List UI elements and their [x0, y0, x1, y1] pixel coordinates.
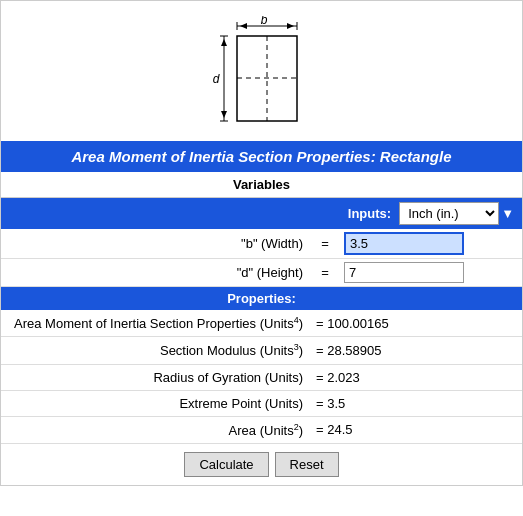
result-value-ep: = 3.5 — [311, 391, 522, 416]
unit-select[interactable]: Inch (in.) Metric (mm) Metric (cm) — [399, 202, 499, 225]
b-input-container — [339, 229, 522, 258]
rectangle-diagram: b d — [182, 16, 342, 136]
result-label-ami: Area Moment of Inertia Section Propertie… — [1, 310, 311, 336]
result-value-ami: = 100.00165 — [311, 311, 522, 336]
result-row-ep: Extreme Point (Units) = 3.5 — [1, 391, 522, 417]
d-input-container — [339, 259, 522, 286]
result-row-sm: Section Modulus (Units3) = 28.58905 — [1, 337, 522, 364]
svg-marker-10 — [221, 39, 227, 46]
properties-header: Properties: — [1, 287, 522, 310]
variables-header: Variables — [1, 172, 522, 198]
svg-marker-4 — [240, 23, 247, 29]
dropdown-icon: ▼ — [501, 206, 514, 221]
result-label-ep: Extreme Point (Units) — [1, 391, 311, 416]
calculate-button[interactable]: Calculate — [184, 452, 268, 477]
d-field-label: "d" (Height) — [1, 260, 311, 285]
d-input[interactable] — [344, 262, 464, 283]
result-row-rog: Radius of Gyration (Units) = 2.023 — [1, 365, 522, 391]
b-input[interactable] — [344, 232, 464, 255]
svg-marker-11 — [221, 111, 227, 118]
result-row-ami: Area Moment of Inertia Section Propertie… — [1, 310, 522, 337]
buttons-row: Calculate Reset — [1, 444, 522, 485]
page-title: Area Moment of Inertia Section Propertie… — [1, 141, 522, 172]
result-label-area: Area (Units2) — [1, 417, 311, 443]
diagram-area: b d — [1, 1, 522, 141]
result-row-area: Area (Units2) = 24.5 — [1, 417, 522, 444]
svg-text:b: b — [260, 16, 267, 27]
b-field-label: "b" (Width) — [1, 231, 311, 256]
result-value-rog: = 2.023 — [311, 365, 522, 390]
d-equals: = — [311, 265, 339, 280]
result-label-sm: Section Modulus (Units3) — [1, 337, 311, 363]
svg-text:d: d — [212, 72, 219, 86]
result-label-rog: Radius of Gyration (Units) — [1, 365, 311, 390]
inputs-label: Inputs: — [348, 206, 391, 221]
result-value-area: = 24.5 — [311, 417, 522, 442]
result-value-sm: = 28.58905 — [311, 338, 522, 363]
d-field-row: "d" (Height) = — [1, 259, 522, 287]
inputs-row: Inputs: Inch (in.) Metric (mm) Metric (c… — [1, 198, 522, 229]
b-field-row: "b" (Width) = — [1, 229, 522, 259]
main-container: b d Area Moment of Inertia Section Prope… — [0, 0, 523, 486]
svg-marker-5 — [287, 23, 294, 29]
reset-button[interactable]: Reset — [275, 452, 339, 477]
b-equals: = — [311, 236, 339, 251]
